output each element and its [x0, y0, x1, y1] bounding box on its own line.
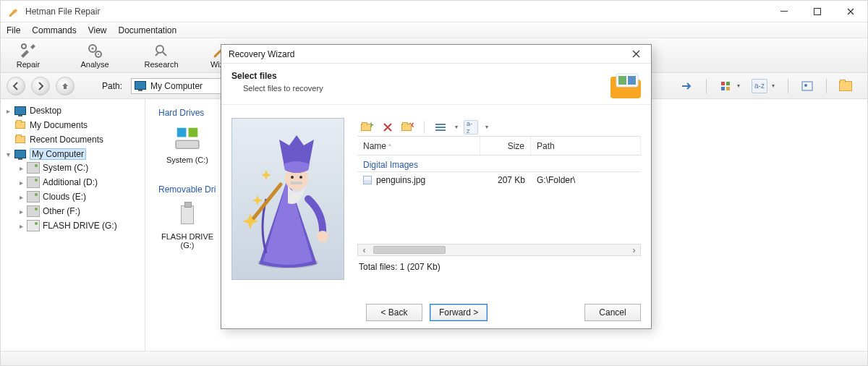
svg-rect-20 — [618, 76, 626, 85]
tree-flash-g[interactable]: ▸FLASH DRIVE (G:) — [17, 219, 142, 232]
path-label: Path: — [102, 81, 122, 91]
usb-drive-icon — [27, 221, 40, 231]
toolbar-repair-label: Repair — [17, 60, 40, 69]
drive-system-c[interactable]: System (C:) — [158, 124, 216, 164]
toolbar-repair[interactable]: Repair — [7, 39, 50, 72]
scroll-thumb[interactable] — [373, 246, 446, 254]
preview-icon[interactable] — [800, 79, 814, 93]
drive-flash-label1: FLASH DRIVE — [161, 232, 213, 241]
folder-tree: ▸Desktop My Documents Recent Documents ▾… — [1, 99, 145, 365]
svg-rect-10 — [721, 87, 725, 90]
dialog-titlebar[interactable]: Recovery Wizard — [221, 45, 651, 64]
desktop-icon — [14, 106, 27, 116]
file-path: G:\Folder\ — [531, 175, 641, 185]
scroll-right-icon[interactable]: › — [628, 244, 640, 255]
tree-recent-documents[interactable]: Recent Documents — [4, 133, 142, 146]
toolbar-research[interactable]: Research — [140, 39, 183, 72]
menu-documentation[interactable]: Documentation — [119, 25, 177, 35]
file-name: penguins.jpg — [376, 175, 425, 185]
wrench-screwdriver-icon — [20, 42, 37, 59]
tree-clouds-e[interactable]: ▸Clouds (E:) — [17, 190, 142, 203]
view-thumbnails-icon[interactable] — [718, 79, 733, 93]
svg-point-2 — [22, 44, 26, 48]
toolbar-analyse[interactable]: Analyse — [73, 39, 116, 72]
app-icon — [7, 4, 21, 19]
dialog-close-button[interactable] — [625, 46, 647, 62]
svg-rect-16 — [189, 128, 198, 137]
delete-icon[interactable] — [380, 120, 395, 135]
svg-rect-14 — [176, 140, 199, 148]
tree-additional-d[interactable]: ▸Additional (D:) — [17, 176, 142, 189]
nav-back-button[interactable] — [7, 77, 25, 95]
svg-point-13 — [804, 84, 807, 87]
total-files-label: Total files: 1 (207 Kb) — [357, 256, 641, 273]
windows-drive-icon — [173, 124, 202, 153]
file-size: 207 Kb — [480, 175, 531, 185]
folder-icon — [14, 120, 27, 130]
sort-az-icon[interactable]: a-z — [752, 79, 767, 93]
folder-icon[interactable] — [838, 79, 853, 93]
back-button[interactable]: < Back — [366, 304, 422, 321]
file-list: Digital Images penguins.jpg 207 Kb G:\Fo… — [357, 156, 641, 241]
dialog-subheading: Select files to recovery — [243, 84, 323, 93]
tree-my-computer[interactable]: ▾My Computer — [4, 148, 142, 161]
scroll-left-icon[interactable]: ‹ — [358, 244, 370, 255]
svg-rect-29 — [435, 127, 446, 128]
chevron-down-icon[interactable]: ▾ — [485, 124, 488, 130]
drive-icon — [27, 206, 40, 216]
svg-rect-0 — [780, 11, 788, 12]
dialog-header: Select files Select files to recovery — [221, 64, 651, 105]
view-list-icon[interactable] — [433, 120, 448, 135]
window-minimize-button[interactable] — [767, 1, 801, 22]
svg-rect-28 — [435, 124, 446, 125]
column-path[interactable]: Path — [531, 137, 641, 155]
menu-view[interactable]: View — [88, 25, 107, 35]
horizontal-scrollbar[interactable]: ‹ › — [357, 244, 641, 256]
titlebar: Hetman File Repair — [1, 1, 867, 22]
drive-flash-g[interactable]: FLASH DRIVE (G:) — [158, 200, 216, 250]
chevron-down-icon[interactable]: ▾ — [772, 82, 776, 89]
chevron-down-icon[interactable]: ▾ — [455, 124, 458, 130]
column-size[interactable]: Size — [480, 137, 531, 155]
menu-commands[interactable]: Commands — [32, 25, 76, 35]
file-group-digital-images: Digital Images — [357, 156, 641, 172]
svg-rect-1 — [814, 8, 821, 14]
sort-ascending-icon: ^ — [388, 142, 391, 149]
image-file-icon — [363, 176, 372, 184]
svg-rect-8 — [721, 82, 725, 85]
tree-desktop[interactable]: ▸Desktop — [4, 104, 142, 117]
cancel-button[interactable]: Cancel — [584, 304, 641, 321]
nav-up-button[interactable] — [56, 77, 75, 95]
file-toolbar: + × ▾ a-z ▾ — [357, 118, 641, 137]
drive-icon — [27, 177, 40, 187]
svg-rect-11 — [726, 87, 730, 90]
svg-rect-24 — [291, 182, 302, 184]
drive-system-c-label: System (C:) — [166, 156, 208, 164]
go-arrow-icon[interactable] — [680, 79, 694, 93]
nav-forward-button[interactable] — [31, 77, 50, 95]
tree-my-documents[interactable]: My Documents — [4, 119, 142, 132]
status-bar — [1, 351, 867, 365]
drive-icon — [27, 192, 40, 202]
svg-rect-12 — [802, 82, 812, 90]
dialog-title: Recovery Wizard — [229, 49, 294, 59]
chevron-down-icon[interactable]: ▾ — [737, 82, 741, 89]
window-maximize-button[interactable] — [801, 1, 834, 22]
tree-other-f[interactable]: ▸Other (F:) — [17, 205, 142, 218]
add-folder-icon[interactable]: + — [360, 120, 375, 135]
file-row[interactable]: penguins.jpg 207 Kb G:\Folder\ — [357, 172, 641, 188]
computer-icon — [135, 81, 146, 91]
svg-point-6 — [98, 54, 99, 55]
sort-az-icon[interactable]: a-z — [464, 120, 478, 135]
folder-icon — [14, 135, 27, 145]
forward-button[interactable]: Forward > — [430, 304, 488, 321]
column-name[interactable]: Name^ — [357, 137, 480, 155]
tree-system-c[interactable]: ▸System (C:) — [17, 161, 142, 174]
svg-rect-30 — [435, 129, 446, 131]
window-close-button[interactable] — [834, 1, 867, 22]
remove-folder-icon[interactable]: × — [401, 120, 415, 135]
svg-point-5 — [92, 48, 94, 50]
file-list-header: Name^ Size Path — [357, 137, 641, 156]
toolbar-analyse-label: Analyse — [80, 60, 109, 69]
menu-file[interactable]: File — [7, 25, 20, 35]
